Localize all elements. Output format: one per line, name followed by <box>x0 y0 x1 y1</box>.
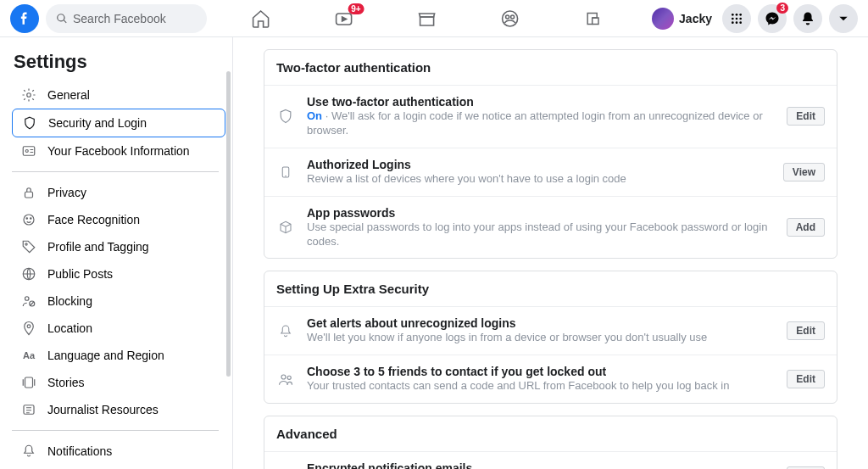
svg-point-6 <box>739 14 742 16</box>
view-button[interactable]: View <box>783 163 825 181</box>
sidebar-item-blocking[interactable]: Blocking <box>12 288 225 315</box>
facebook-logo[interactable] <box>10 4 39 33</box>
sidebar-item-label: Blocking <box>47 294 92 308</box>
section-header: Setting Up Extra Security <box>264 271 837 307</box>
tab-watch[interactable]: 9+ <box>332 7 356 31</box>
sidebar-item-mobile[interactable]: Mobile <box>12 465 225 469</box>
bell-outline-icon <box>276 321 295 340</box>
svg-point-2 <box>506 15 509 19</box>
pin-icon <box>20 320 37 337</box>
sidebar-item-label: Public Posts <box>47 267 113 281</box>
shield-outline-icon <box>276 107 295 126</box>
messenger-badge: 3 <box>776 3 788 14</box>
cube-icon <box>276 218 295 237</box>
page-body: Settings General Security and Login Your… <box>0 37 868 469</box>
sidebar-item-location[interactable]: Location <box>12 315 225 342</box>
sidebar-divider <box>12 171 219 172</box>
row-use-2fa[interactable]: Use two-factor authentication On · We'll… <box>264 86 837 148</box>
row-app-passwords[interactable]: App passwords Use special passwords to l… <box>264 197 837 259</box>
row-title: Choose 3 to 5 friends to contact if you … <box>307 365 775 378</box>
row-encrypted-emails[interactable]: Encrypted notification emails Add extra … <box>264 452 837 469</box>
tab-home[interactable] <box>249 7 273 31</box>
row-desc: Review a list of devices where you won't… <box>307 172 771 187</box>
sidebar-item-public-posts[interactable]: Public Posts <box>12 260 225 288</box>
sidebar-item-label: Notifications <box>47 444 112 458</box>
row-title: Get alerts about unrecognized logins <box>307 316 775 330</box>
sidebar-item-language[interactable]: Aa Language and Region <box>12 342 225 369</box>
user-name: Jacky <box>679 12 712 25</box>
sidebar-item-label: General <box>47 88 90 102</box>
edit-button[interactable]: Edit <box>787 107 825 126</box>
row-body: App passwords Use special passwords to l… <box>307 206 775 249</box>
sidebar-item-profile-tagging[interactable]: Profile and Tagging <box>12 233 225 260</box>
svg-point-24 <box>27 325 31 328</box>
svg-point-31 <box>287 377 291 380</box>
svg-point-30 <box>281 375 286 379</box>
tab-gaming[interactable] <box>581 7 605 31</box>
menu-button[interactable] <box>722 4 751 33</box>
sidebar-item-general[interactable]: General <box>12 81 225 109</box>
tab-groups[interactable] <box>498 7 522 31</box>
add-button[interactable]: Add <box>787 218 825 237</box>
sidebar-item-label: Your Facebook Information <box>47 144 190 158</box>
status-on: On <box>307 109 322 122</box>
sidebar-item-face-recognition[interactable]: Face Recognition <box>12 206 225 233</box>
grid-icon <box>730 12 743 25</box>
sidebar-item-your-info[interactable]: Your Facebook Information <box>12 137 225 165</box>
sidebar-item-notifications[interactable]: Notifications <box>12 438 225 465</box>
svg-point-10 <box>732 21 734 24</box>
sidebar-item-label: Stories <box>47 376 85 389</box>
svg-point-11 <box>736 21 738 24</box>
settings-sidebar: Settings General Security and Login Your… <box>0 37 233 469</box>
svg-rect-16 <box>25 192 33 198</box>
row-alerts[interactable]: Get alerts about unrecognized logins We'… <box>264 307 837 355</box>
row-trusted-contacts[interactable]: Choose 3 to 5 friends to contact if you … <box>264 355 837 403</box>
sidebar-item-label: Profile and Tagging <box>47 240 149 254</box>
row-title: Use two-factor authentication <box>307 95 775 109</box>
sidebar-item-privacy[interactable]: Privacy <box>12 179 225 206</box>
news-icon <box>20 401 37 418</box>
search-icon <box>56 13 68 25</box>
user-chip[interactable]: Jacky <box>652 4 715 33</box>
section-header: Advanced <box>264 416 837 452</box>
info-card-icon <box>20 142 37 159</box>
svg-rect-25 <box>25 377 33 388</box>
notifications-button[interactable] <box>793 4 822 33</box>
row-body: Encrypted notification emails Add extra … <box>307 461 775 469</box>
sidebar-item-label: Privacy <box>47 186 86 199</box>
svg-point-4 <box>732 14 734 16</box>
account-button[interactable] <box>829 4 858 33</box>
edit-button[interactable]: Edit <box>787 370 825 388</box>
sidebar-item-journalist[interactable]: Journalist Resources <box>12 396 225 423</box>
stories-icon <box>20 374 37 391</box>
row-title: App passwords <box>307 206 775 220</box>
section-header: Two-factor authentication <box>264 50 837 86</box>
svg-point-12 <box>739 21 742 24</box>
messenger-button[interactable]: 3 <box>758 4 787 33</box>
sidebar-item-label: Language and Region <box>47 349 164 362</box>
sidebar-divider <box>12 430 219 431</box>
search-placeholder: Search Facebook <box>73 12 166 25</box>
search-input[interactable]: Search Facebook <box>46 4 207 33</box>
language-icon: Aa <box>20 347 37 364</box>
sidebar-item-label: Location <box>47 321 92 335</box>
svg-point-8 <box>736 17 738 20</box>
marketplace-icon <box>417 8 437 29</box>
sidebar-item-security[interactable]: Security and Login <box>12 109 225 137</box>
svg-point-22 <box>25 297 30 301</box>
sidebar-item-stories[interactable]: Stories <box>12 369 225 396</box>
globe-icon <box>20 265 37 282</box>
top-nav: Search Facebook 9+ Jacky 3 <box>0 0 868 37</box>
svg-point-18 <box>26 218 28 220</box>
edit-button[interactable]: Edit <box>787 321 825 340</box>
row-desc: Your trusted contacts can send a code an… <box>307 379 775 394</box>
tab-marketplace[interactable] <box>415 7 439 31</box>
row-body: Get alerts about unrecognized logins We'… <box>307 316 775 345</box>
section-advanced: Advanced Encrypted notification emails A… <box>264 416 837 469</box>
row-desc: We'll let you know if anyone logs in fro… <box>307 331 775 345</box>
home-icon <box>251 8 271 29</box>
nav-right: Jacky 3 <box>652 4 858 33</box>
row-authorized-logins[interactable]: Authorized Logins Review a list of devic… <box>264 148 837 197</box>
watch-badge: 9+ <box>348 3 364 14</box>
gear-icon <box>20 87 37 103</box>
